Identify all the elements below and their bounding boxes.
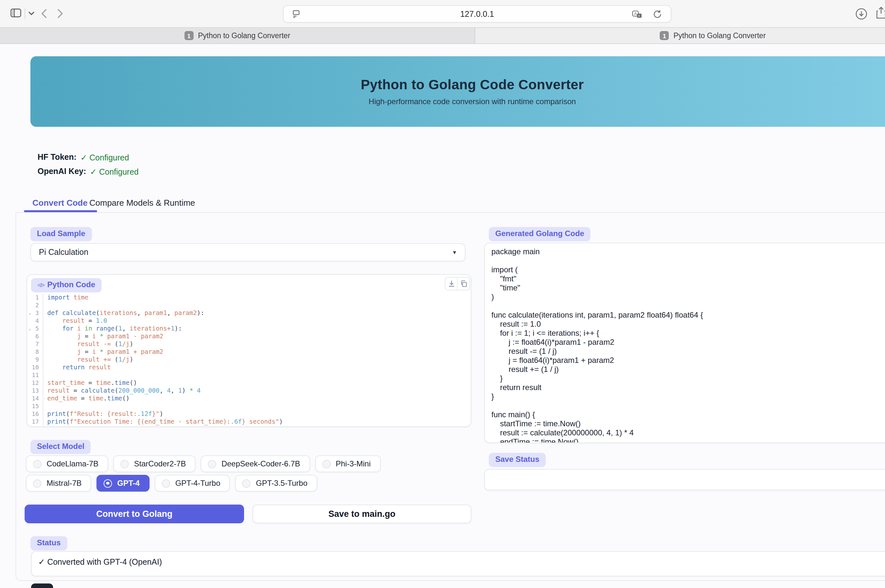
hf-token-value: ✓ Configured [80,153,129,162]
line-number: 12 [27,379,44,387]
model-option-phi-3-mini[interactable]: Phi-3-Mini [315,455,380,472]
golang-code-line: return result [491,383,885,392]
radio-icon [161,479,170,488]
generated-golang-label: Generated Golang Code [489,227,591,241]
golang-code-line: "time" [491,284,885,292]
fold-chevron-icon[interactable]: ⌄ [29,325,31,333]
sample-dropdown[interactable]: Pi Calculation ▼ [30,243,465,261]
page-banner: Python to Golang Code Converter High-per… [30,56,885,127]
model-option-gpt-3.5-turbo[interactable]: GPT-3.5-Turbo [235,475,317,492]
code-line: 15 [27,402,471,410]
model-option-gpt-4-turbo[interactable]: GPT-4-Turbo [154,475,230,492]
download-code-icon[interactable] [446,278,457,290]
model-option-starcoder2-7b[interactable]: StarCoder2-7B [113,455,196,472]
code-toolbar [445,277,470,291]
status-box: ✓ Converted with GPT-4 (OpenAI) [31,551,885,576]
save-button[interactable]: Save to main.go [253,504,471,524]
golang-code-line: ) [491,292,885,302]
model-option-label: CodeLlama-7B [47,459,98,468]
code-line: 9 result += (1/j) [27,356,471,363]
reload-icon[interactable] [653,10,662,19]
line-number: 1 [27,294,44,302]
code-brackets-icon: </> [38,282,44,288]
model-option-deepseek-coder-6.7b[interactable]: DeepSeek-Coder-6.7B [201,455,310,472]
share-icon[interactable] [876,6,885,20]
model-option-label: Phi-3-Mini [336,459,371,468]
fold-chevron-icon[interactable]: ⌄ [29,309,31,317]
golang-code-line: result += (1 / j) [491,365,885,374]
code-line: 10 return result [27,363,471,371]
line-number: 16 [27,410,44,418]
model-option-label: GPT-4 [117,478,140,488]
model-option-label: DeepSeek-Coder-6.7B [221,459,300,468]
code-line: ⌄5 for i in range(1, iterations+1): [27,325,471,333]
hf-token-label: HF Token: [38,153,77,162]
radio-icon [120,460,129,468]
tab-compare-models[interactable]: Compare Models & Runtime [89,198,195,208]
load-sample-label: Load Sample [30,227,92,241]
golang-code-line: func calculate(iterations int, param1, p… [491,310,885,320]
openai-key-row: OpenAI Key: ✓ Configured [38,167,138,177]
radio-icon [33,479,41,488]
python-code-editor[interactable]: 1import time2⌄3def calculate(iterations,… [27,294,471,426]
status-label: Status [30,536,67,550]
model-option-codellama-7b[interactable]: CodeLlama-7B [26,455,108,472]
line-number: 15 [27,402,44,410]
golang-code-output[interactable]: package main import ( "fmt" "time") func… [484,243,885,443]
openai-key-label: OpenAI Key: [38,167,86,177]
golang-code-line: j := float64(i)*param1 - param2 [491,338,885,347]
python-code-label: </> Python Code [31,278,102,292]
save-status-label: Save Status [489,453,546,467]
code-line: 17print(f"Execution Time: {(end_time - s… [27,418,471,426]
browser-toolbar: 127.0.0.1 A x [0,0,885,28]
radio-icon [322,460,331,468]
code-line: 13result = calculate(200_000_000, 4, 1) … [27,387,471,394]
line-number: 9 [27,356,44,363]
line-number: 10 [27,363,44,371]
save-status-box [484,469,885,490]
code-line: 4 result = 1.0 [27,317,471,325]
copy-code-icon[interactable] [457,278,470,290]
chevron-down-icon[interactable] [29,12,34,15]
code-line: 7 result -= (1/j) [27,340,471,348]
browser-tab-strip: 1Python to Golang Converter1Python to Go… [0,28,885,44]
code-line: 8 j = i * param1 + param2 [27,348,471,356]
model-option-label: StarCoder2-7B [134,459,186,468]
select-model-label: Select Model [30,440,91,454]
golang-code-line: } [491,392,885,401]
golang-code-line: j = float64(i)*param1 + param2 [491,356,885,365]
convert-button[interactable]: Convert to Golang [25,504,244,524]
golang-code-line [491,256,885,265]
line-number: 6 [27,333,44,340]
golang-code-line: result := calculate(200000000, 4, 1) * 4 [491,428,885,437]
radio-icon [33,460,41,468]
tab-count-badge: 1 [184,31,193,40]
golang-code-line: "fmt" [491,274,885,284]
model-radio-group: CodeLlama-7BStarCoder2-7BDeepSeek-Coder-… [26,455,447,492]
code-line: 2 [27,302,471,309]
downloads-icon[interactable] [855,8,867,20]
line-number: 14 [27,394,44,402]
sidebar-toggle-icon[interactable] [11,8,21,18]
line-number: 2 [27,302,44,309]
line-number: 13 [27,387,44,394]
golang-code-line: import ( [491,265,885,274]
golang-code-line: package main [491,247,885,256]
back-button-icon[interactable] [41,9,47,18]
python-code-panel: </> Python Code 1import time2⌄3def calcu… [27,274,471,427]
address-bar[interactable]: 127.0.0.1 A x [283,5,671,22]
translate-icon[interactable]: A x [632,10,642,19]
browser-window: 127.0.0.1 A x [0,0,885,588]
model-option-label: Mistral-7B [47,478,81,488]
golang-code-line [491,401,885,410]
golang-code-line: startTime := time.Now() [491,419,885,428]
model-option-label: GPT-4-Turbo [175,478,220,488]
browser-tab[interactable]: 1Python to Golang Converter [0,28,475,44]
browser-tab[interactable]: 1Python to Golang Converter [475,28,885,44]
model-option-mistral-7b[interactable]: Mistral-7B [26,475,91,492]
forward-button-icon[interactable] [58,9,63,18]
tab-convert-code[interactable]: Convert Code [32,198,87,208]
model-option-gpt-4[interactable]: GPT-4 [96,475,149,492]
golang-code-line: func main() { [491,410,885,419]
toolbar-divider [25,8,25,19]
